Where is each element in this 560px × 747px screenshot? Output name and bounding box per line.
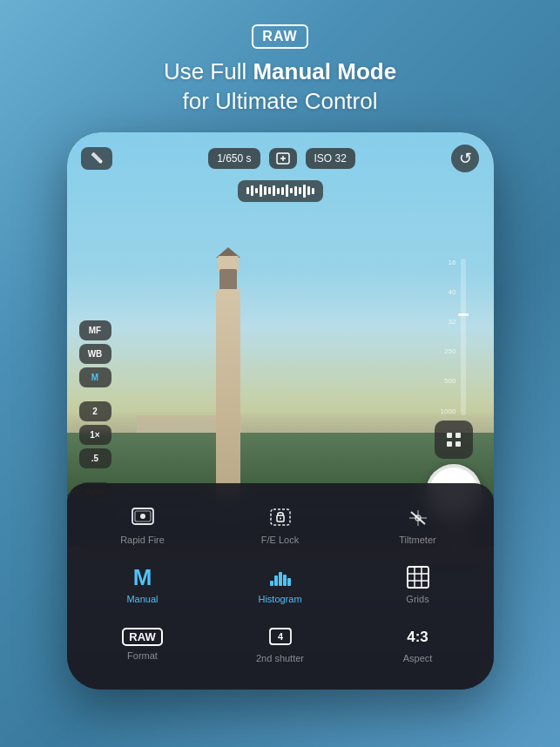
headline: Use Full Manual Mode for Ultimate Contro… bbox=[0, 57, 560, 117]
lighthouse bbox=[202, 254, 254, 498]
slider-label-250: 250 bbox=[444, 347, 455, 355]
slider-label-16: 16 bbox=[448, 259, 455, 266]
hud-top: 1/650 s ISO 32 ↺ bbox=[67, 145, 494, 172]
level-bar-5 bbox=[264, 186, 267, 195]
iso-slider-container: 16 40 32 250 500 1000 bbox=[441, 259, 467, 415]
tiltmeter-icon bbox=[406, 506, 430, 530]
headline-normal: Use Full bbox=[164, 58, 253, 84]
svg-point-15 bbox=[280, 518, 281, 520]
zoom-1x-button[interactable]: 1× bbox=[79, 425, 111, 445]
level-bar-6 bbox=[268, 187, 271, 194]
iso-slider-track[interactable] bbox=[461, 259, 466, 415]
svg-point-12 bbox=[140, 514, 145, 519]
svg-rect-22 bbox=[279, 572, 282, 586]
wb-button[interactable]: WB bbox=[79, 344, 111, 364]
iso-badge[interactable]: ISO 32 bbox=[306, 148, 355, 169]
level-bar-4 bbox=[260, 185, 262, 197]
histogram-icon bbox=[268, 565, 293, 589]
slider-label-40: 40 bbox=[448, 288, 455, 296]
lighthouse-tower bbox=[216, 289, 240, 498]
shutter-speed-badge[interactable]: 1/650 s bbox=[208, 148, 260, 169]
grids-icon bbox=[407, 565, 429, 589]
level-bar-10 bbox=[286, 185, 288, 197]
fe-lock-icon bbox=[268, 506, 293, 530]
m-button[interactable]: M bbox=[79, 367, 111, 387]
top-section: RAW Use Full Manual Mode for Ultimate Co… bbox=[0, 0, 560, 132]
zoom-2-button[interactable]: 2 bbox=[79, 401, 111, 421]
tiltmeter-label: Tiltmeter bbox=[399, 535, 435, 546]
aspect-item[interactable]: 4:3 Aspect bbox=[351, 616, 485, 671]
2nd-shutter-icon: 4 bbox=[268, 624, 293, 649]
svg-rect-21 bbox=[274, 575, 278, 586]
raw-format-item[interactable]: RAW Format bbox=[76, 616, 210, 671]
histogram-label: Histogram bbox=[258, 594, 301, 605]
svg-rect-24 bbox=[287, 578, 291, 586]
manual-icon: M bbox=[133, 565, 152, 589]
mf-button[interactable]: MF bbox=[79, 320, 111, 340]
panel-grid: Rapid Fire F/E Lock bbox=[76, 497, 485, 672]
level-bar-2 bbox=[251, 185, 253, 196]
refresh-button[interactable]: ↺ bbox=[451, 145, 479, 172]
grids-label: Grids bbox=[406, 594, 428, 605]
2nd-shutter-item[interactable]: 4 2nd shutter bbox=[213, 616, 347, 671]
aspect-label: Aspect bbox=[403, 653, 433, 664]
audio-levels bbox=[238, 180, 323, 202]
svg-rect-23 bbox=[283, 575, 287, 586]
level-bar-16 bbox=[312, 188, 314, 194]
svg-rect-6 bbox=[447, 441, 452, 447]
aspect-icon: 4:3 bbox=[407, 624, 428, 649]
svg-text:4: 4 bbox=[278, 631, 284, 642]
slider-label-1000: 1000 bbox=[441, 407, 456, 415]
slider-labels: 16 40 32 250 500 1000 bbox=[441, 259, 456, 415]
histogram-item[interactable]: Histogram bbox=[213, 556, 347, 612]
level-bar-1 bbox=[246, 187, 249, 194]
svg-point-0 bbox=[99, 160, 102, 163]
phone-frame: 1/650 s ISO 32 ↺ bbox=[67, 132, 494, 690]
grids-item[interactable]: Grids bbox=[351, 556, 485, 612]
fe-lock-label: F/E Lock bbox=[261, 535, 299, 546]
iso-slider-thumb bbox=[458, 313, 469, 316]
svg-rect-25 bbox=[408, 567, 428, 588]
hud-center: 1/650 s ISO 32 bbox=[208, 148, 355, 169]
grid-icon-button[interactable] bbox=[435, 421, 473, 459]
fe-lock-item[interactable]: F/E Lock bbox=[213, 497, 347, 553]
left-controls: MF WB M 2 1× .5 RAW bbox=[79, 320, 111, 501]
level-bar-15 bbox=[307, 186, 310, 195]
ev-badge[interactable] bbox=[269, 148, 297, 169]
headline-sub: for Ultimate Control bbox=[183, 88, 378, 114]
raw-badge: RAW bbox=[252, 24, 307, 49]
raw-format-label: Format bbox=[127, 650, 158, 662]
svg-rect-5 bbox=[455, 433, 461, 438]
level-bar-14 bbox=[303, 185, 306, 198]
raw-format-icon: RAW bbox=[122, 628, 162, 646]
rapid-fire-icon bbox=[131, 506, 155, 530]
manual-item[interactable]: M Manual bbox=[76, 556, 210, 612]
slider-label-500: 500 bbox=[444, 377, 455, 385]
2nd-shutter-label: 2nd shutter bbox=[256, 653, 304, 664]
level-bar-13 bbox=[299, 187, 301, 194]
svg-rect-13 bbox=[271, 509, 290, 525]
tiltmeter-item[interactable]: Tiltmeter bbox=[351, 497, 485, 553]
rapid-fire-label: Rapid Fire bbox=[120, 535, 165, 546]
level-bar-11 bbox=[290, 188, 293, 193]
bottom-panel: Rapid Fire F/E Lock bbox=[67, 483, 494, 690]
lighthouse-top bbox=[219, 269, 237, 291]
svg-rect-20 bbox=[270, 581, 273, 586]
tools-button[interactable] bbox=[81, 147, 112, 170]
level-bar-8 bbox=[277, 188, 280, 194]
level-bar-12 bbox=[294, 186, 297, 196]
headline-bold: Manual Mode bbox=[253, 58, 396, 84]
level-bar-3 bbox=[255, 188, 258, 193]
svg-rect-7 bbox=[455, 441, 461, 447]
svg-rect-4 bbox=[447, 433, 452, 438]
level-bar-7 bbox=[273, 185, 275, 196]
manual-label: Manual bbox=[126, 594, 158, 605]
slider-label-32: 32 bbox=[448, 318, 455, 326]
zoom-5-button[interactable]: .5 bbox=[79, 448, 111, 468]
level-bar-9 bbox=[281, 187, 284, 195]
rapid-fire-item[interactable]: Rapid Fire bbox=[76, 497, 210, 553]
